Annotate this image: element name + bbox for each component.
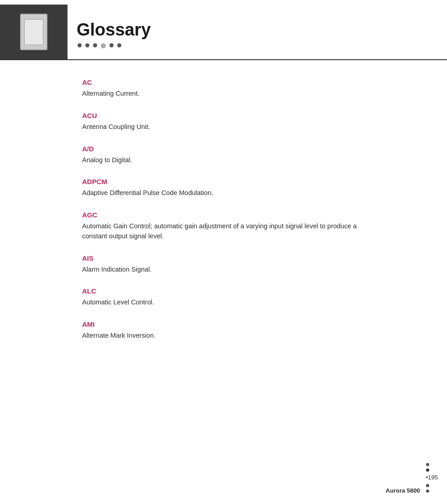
term-alc: ALC <box>82 287 365 295</box>
definition-ami: Alternate Mark Inversion. <box>82 331 365 341</box>
term-acu: ACU <box>82 112 365 119</box>
header-dot-6 <box>117 43 121 47</box>
glossary-entry-ad: A/D Analog to Digital. <box>82 145 365 165</box>
header-dots-row <box>77 43 151 48</box>
term-ac: AC <box>82 78 365 86</box>
definition-ac: Alternating Current. <box>82 89 365 99</box>
header-title-area: Glossary <box>68 15 151 48</box>
footer-dot-1 <box>426 463 429 466</box>
glossary-entry-acu: ACU Antenna Coupling Unit. <box>82 112 365 132</box>
glossary-entry-agc: AGC Automatic Gain Control; automatic ga… <box>82 211 365 242</box>
page-title: Glossary <box>77 20 151 40</box>
header-dot-5 <box>109 43 114 47</box>
footer-brand: Aurora 5800 <box>386 487 420 495</box>
header-dot-1 <box>78 43 82 47</box>
device-thumbnail <box>20 14 47 50</box>
footer-dot-3 <box>426 484 429 487</box>
definition-acu: Antenna Coupling Unit. <box>82 122 365 132</box>
page-header: Glossary <box>0 0 447 59</box>
term-agc: AGC <box>82 211 365 219</box>
footer-dots: •195 <box>424 461 447 495</box>
footer-dot-4 <box>426 489 429 493</box>
glossary-entry-ami: AMI Alternate Mark Inversion. <box>82 320 365 341</box>
glossary-entry-alc: ALC Automatic Level Control. <box>82 287 365 308</box>
main-content: AC Alternating Current. ACU Antenna Coup… <box>0 60 447 381</box>
definition-ais: Alarm Indication Signal. <box>82 265 365 275</box>
term-ami: AMI <box>82 320 365 328</box>
header-dot-4 <box>101 43 106 48</box>
header-dot-2 <box>85 43 89 47</box>
term-ad: A/D <box>82 145 365 153</box>
definition-alc: Automatic Level Control. <box>82 298 365 308</box>
footer-page: •195 <box>426 474 438 482</box>
term-ais: AIS <box>82 254 365 262</box>
glossary-entry-adpcm: ADPCM Adaptive Differential Pulse Code M… <box>82 178 365 198</box>
definition-ad: Analog to Digital. <box>82 155 365 165</box>
header-image <box>0 5 68 59</box>
definition-agc: Automatic Gain Control; automatic gain a… <box>82 221 365 242</box>
footer-dot-2 <box>426 468 429 472</box>
glossary-entry-ac: AC Alternating Current. <box>82 78 365 99</box>
definition-adpcm: Adaptive Differential Pulse Code Modulat… <box>82 188 365 198</box>
term-adpcm: ADPCM <box>82 178 365 185</box>
header-dot-3 <box>93 43 97 47</box>
page-footer: Aurora 5800 •195 <box>386 461 447 495</box>
glossary-entry-ais: AIS Alarm Indication Signal. <box>82 254 365 275</box>
